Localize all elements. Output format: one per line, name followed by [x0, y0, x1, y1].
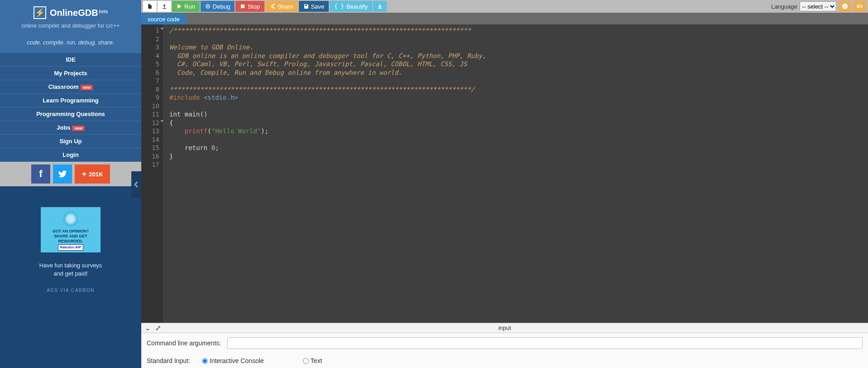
carbon-ad[interactable]: GOT AN OPINION? SHARE AND GET REWARDED. … [41, 207, 101, 252]
beautify-button[interactable]: { }Beautify [330, 1, 372, 12]
twitter-button[interactable] [53, 165, 72, 184]
brand-tagline: code. compile. run. debug. share. [0, 34, 141, 53]
sidebar-item-myprojects[interactable]: My Projects [0, 67, 141, 80]
sidebar-item-ide[interactable]: IDE [0, 53, 141, 67]
panel-collapse-icon[interactable]: ⌄ [145, 324, 151, 332]
code-area[interactable]: /***************************************… [163, 24, 868, 323]
input-panel-title: input [498, 324, 511, 331]
language-label: Language [771, 3, 797, 10]
brand-name: OnlineGDBbeta [50, 8, 108, 18]
sidebar-item-login[interactable]: Login [0, 148, 141, 162]
run-button[interactable]: Run [172, 1, 200, 12]
editor-gutter: 1234567891011121314151617 [141, 24, 163, 323]
language-select[interactable]: -- select -- [800, 1, 836, 11]
share-button[interactable]: Share [265, 1, 298, 12]
cmdline-input[interactable] [227, 337, 863, 349]
debug-button[interactable]: Debug [201, 1, 235, 12]
download-button[interactable] [373, 1, 387, 12]
stdin-text-radio[interactable] [303, 358, 309, 364]
ad-subheadline: SHARE AND GET REWARDED. [43, 234, 99, 244]
stdin-label: Standard Input: [147, 357, 190, 364]
svg-point-1 [207, 6, 208, 7]
carbon-attribution[interactable]: ADS VIA CARBON [0, 288, 141, 293]
lightbulb-icon [63, 212, 78, 226]
addthis-share-button[interactable]: +201K [75, 165, 110, 184]
brand-subtitle: online compiler and debugger for c/c++ [0, 22, 141, 34]
save-button[interactable]: Save [299, 1, 329, 12]
sidebar-item-jobs[interactable]: Jobsnew [0, 121, 141, 135]
language-selector: Language -- select -- [771, 1, 836, 11]
sidebar: ⚡ OnlineGDBbeta online compiler and debu… [0, 0, 141, 368]
facebook-button[interactable]: f [31, 165, 50, 184]
cmdline-label: Command line arguments: [147, 339, 221, 347]
ad-caption[interactable]: Have fun taking surveys and get paid! [0, 261, 141, 278]
stdin-text-option[interactable]: Text [303, 357, 322, 364]
collapse-sidebar-button[interactable] [131, 171, 141, 198]
ad-headline: GOT AN OPINION? [53, 229, 89, 234]
tab-source-code[interactable]: source code [141, 14, 186, 24]
cmdline-row: Command line arguments: [141, 333, 868, 352]
social-row: f +201K [0, 162, 141, 186]
ad-brand: Rakuten AIP [58, 244, 84, 251]
sidebar-item-classroom[interactable]: Classroomnew [0, 80, 141, 94]
stdin-row: Standard Input: Interactive Console Text [141, 352, 868, 368]
upload-button[interactable] [158, 1, 171, 12]
input-panel: ⌄ ⤢ input Command line arguments: Standa… [141, 323, 868, 368]
svg-rect-2 [241, 5, 245, 8]
toolbar: Run Debug Stop Share Save { }Beautify [141, 0, 868, 13]
svg-text:i: i [844, 5, 845, 9]
info-button[interactable]: i [839, 1, 851, 12]
logo-icon: ⚡ [34, 6, 46, 19]
stdin-interactive-option[interactable]: Interactive Console [202, 357, 264, 364]
main-area: Run Debug Stop Share Save { }Beautify [141, 0, 868, 368]
new-file-button[interactable] [143, 1, 157, 12]
sidebar-item-learn[interactable]: Learn Programming [0, 94, 141, 107]
stdin-interactive-radio[interactable] [202, 358, 208, 364]
sidebar-item-signup[interactable]: Sign Up [0, 135, 141, 148]
side-nav: IDE My Projects Classroomnew Learn Progr… [0, 53, 141, 162]
input-panel-header: ⌄ ⤢ input [141, 323, 868, 333]
editor-tabbar: source code [141, 13, 868, 24]
brand-row: ⚡ OnlineGDBbeta [0, 0, 141, 22]
code-editor[interactable]: 1234567891011121314151617 /*************… [141, 24, 868, 323]
stop-button[interactable]: Stop [235, 1, 264, 12]
settings-button[interactable] [854, 1, 866, 12]
panel-expand-icon[interactable]: ⤢ [155, 324, 161, 332]
sidebar-ad-area: GOT AN OPINION? SHARE AND GET REWARDED. … [0, 186, 141, 368]
sidebar-item-questions[interactable]: Programming Questions [0, 107, 141, 121]
